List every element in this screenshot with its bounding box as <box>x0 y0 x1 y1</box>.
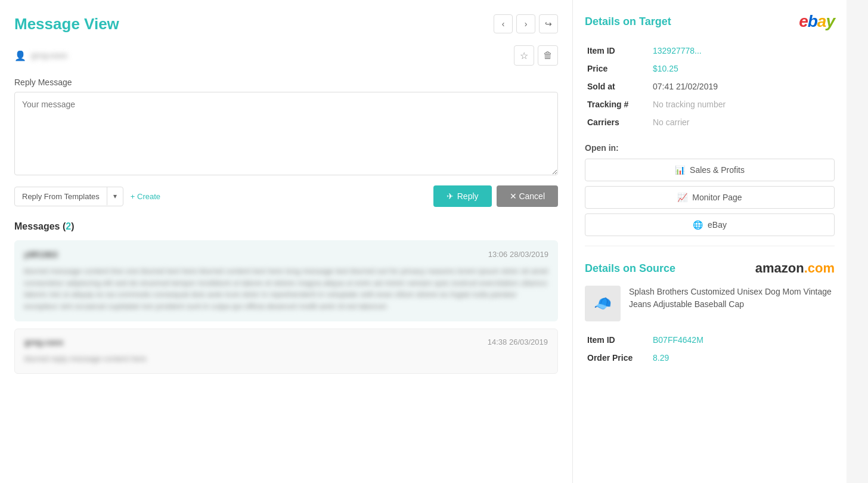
carriers-label: Carriers <box>585 113 650 131</box>
sold-at-value: 07:41 21/02/2019 <box>650 78 835 95</box>
table-row: Sold at 07:41 21/02/2019 <box>585 78 835 95</box>
right-panel: Details on Target ebay Item ID 132927778… <box>572 0 847 483</box>
monitor-page-button[interactable]: 📈 Monitor Page <box>585 186 835 209</box>
details-source-section: Details on Source amazon.com 🧢 Splash Br… <box>585 261 835 367</box>
carriers-value: No carrier <box>650 113 835 131</box>
next-button[interactable]: › <box>516 14 535 33</box>
action-bar-right: ✈ Reply ✕ Cancel <box>433 185 558 207</box>
order-price-label: Order Price <box>585 349 650 367</box>
source-item-id-label: Item ID <box>585 331 650 349</box>
product-row: 🧢 Splash Brothers Customized Unisex Dog … <box>585 286 835 321</box>
message-sender-2: greg.cass <box>24 338 63 347</box>
cancel-button[interactable]: ✕ Cancel <box>497 185 558 207</box>
send-icon: ✈ <box>447 191 454 201</box>
product-icon: 🧢 <box>594 295 612 312</box>
table-row: Price $10.25 <box>585 60 835 78</box>
source-item-id-value: B07FF4642M <box>650 331 835 349</box>
item-id-value: 132927778... <box>650 42 835 60</box>
messages-header: Messages (2) <box>14 221 558 232</box>
monitor-icon: 📈 <box>677 193 687 202</box>
details-target-table: Item ID 132927778... Price $10.25 Sold a… <box>585 42 835 131</box>
action-bar: Reply From Templates ▾ + Create ✈ Reply … <box>14 185 558 207</box>
page-header: Message View ‹ › ↪ <box>14 14 558 33</box>
price-value: $10.25 <box>650 60 835 78</box>
table-row: Carriers No carrier <box>585 113 835 131</box>
product-name: Splash Brothers Customized Unisex Dog Mo… <box>629 286 835 311</box>
page-title: Message View <box>14 15 119 33</box>
divider <box>585 246 835 246</box>
reply-button-label: Reply <box>457 191 479 201</box>
user-icon: 👤 <box>14 50 26 61</box>
create-link[interactable]: + Create <box>131 192 160 201</box>
table-row: Order Price 8.29 <box>585 349 835 367</box>
tracking-value: No tracking number <box>650 95 835 113</box>
price-label: Price <box>585 60 650 78</box>
source-item-id-link[interactable]: B07FF4642M <box>653 335 703 345</box>
nav-buttons: ‹ › ↪ <box>494 14 558 33</box>
message-card-2: greg.cass 14:38 26/03/2019 blurred reply… <box>14 329 558 374</box>
open-in-label: Open in: <box>585 143 835 153</box>
message-time-2: 14:38 26/03/2019 <box>488 338 548 347</box>
details-target-header: Details on Target ebay <box>585 12 835 31</box>
table-row: Tracking # No tracking number <box>585 95 835 113</box>
ebay-button[interactable]: 🌐 eBay <box>585 213 835 236</box>
item-id-link[interactable]: 132927778... <box>653 46 702 55</box>
messages-count: 2 <box>66 221 71 231</box>
prev-button[interactable]: ‹ <box>494 14 513 33</box>
details-target-title: Details on Target <box>585 16 671 28</box>
item-id-label: Item ID <box>585 42 650 60</box>
star-button[interactable]: ☆ <box>514 45 534 66</box>
amazon-logo: amazon.com <box>755 261 835 276</box>
sales-profits-label: Sales & Profits <box>690 165 745 175</box>
tracking-label: Tracking # <box>585 95 650 113</box>
ebay-icon: 🌐 <box>693 220 703 230</box>
reply-button[interactable]: ✈ Reply <box>433 185 492 207</box>
sales-profits-button[interactable]: 📊 Sales & Profits <box>585 159 835 181</box>
user-info: 👤 greg.cass <box>14 50 67 61</box>
table-row: Item ID B07FF4642M <box>585 331 835 349</box>
source-header: Details on Source amazon.com <box>585 261 835 276</box>
main-panel: Message View ‹ › ↪ 👤 greg.cass ☆ 🗑 Reply… <box>0 0 572 483</box>
ebay-open-label: eBay <box>708 220 727 230</box>
message-body-1: blurred message content line one blurred… <box>24 265 548 312</box>
share-button[interactable]: ↪ <box>539 14 558 33</box>
reply-section-label: Reply Message <box>14 78 558 87</box>
message-time-1: 13:06 28/03/2019 <box>488 250 548 259</box>
user-row: 👤 greg.cass ☆ 🗑 <box>14 45 558 66</box>
template-dropdown[interactable]: Reply From Templates ▾ <box>14 187 123 206</box>
message-sender-1: y9R1963 <box>24 250 58 259</box>
sold-at-label: Sold at <box>585 78 650 95</box>
details-source-title: Details on Source <box>585 262 675 275</box>
message-card-1: y9R1963 13:06 28/03/2019 blurred message… <box>14 240 558 321</box>
cancel-button-label: ✕ Cancel <box>510 191 545 201</box>
source-detail-table: Item ID B07FF4642M Order Price 8.29 <box>585 331 835 367</box>
action-bar-left: Reply From Templates ▾ + Create <box>14 187 160 206</box>
message-meta-1: y9R1963 13:06 28/03/2019 <box>24 250 548 259</box>
message-meta-2: greg.cass 14:38 26/03/2019 <box>24 338 548 347</box>
message-body-2: blurred reply message content here <box>24 353 548 365</box>
action-buttons: ☆ 🗑 <box>514 45 558 66</box>
monitor-page-label: Monitor Page <box>692 193 742 202</box>
username: greg.cass <box>31 51 67 60</box>
delete-button[interactable]: 🗑 <box>538 45 558 66</box>
template-label: Reply From Templates <box>15 187 107 206</box>
chart-icon: 📊 <box>675 165 685 175</box>
chevron-down-icon: ▾ <box>107 187 123 205</box>
order-price-value: 8.29 <box>650 349 835 367</box>
table-row: Item ID 132927778... <box>585 42 835 60</box>
ebay-logo: ebay <box>799 12 835 31</box>
product-image: 🧢 <box>585 286 621 321</box>
message-input[interactable] <box>14 92 558 175</box>
